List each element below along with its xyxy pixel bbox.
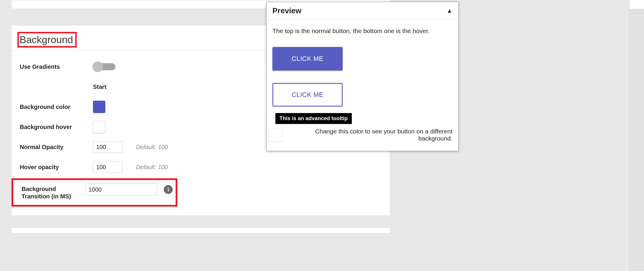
preview-button-hover[interactable]: CLICK ME <box>272 83 343 107</box>
tooltip: This is an advanced tooltip <box>275 113 352 124</box>
preview-body: The top is the normal button, the bottom… <box>267 20 458 128</box>
preview-bg-swatch[interactable] <box>269 128 282 141</box>
label-background-color: Background color <box>20 103 93 111</box>
row-hover-opacity: Hover opacity Default: 100 <box>20 157 390 177</box>
label-use-gradients: Use Gradients <box>20 63 93 71</box>
preview-title: Preview <box>272 6 301 15</box>
preview-description: The top is the normal button, the bottom… <box>272 27 452 35</box>
preview-footer-text: Change this color to see your button on … <box>291 128 452 142</box>
toggle-knob <box>92 61 103 72</box>
collapse-icon[interactable]: ▲ <box>447 7 452 14</box>
label-hover-opacity: Hover opacity <box>20 164 93 171</box>
card-below <box>11 228 390 234</box>
section-title: Background <box>17 32 77 48</box>
right-sidebar-stub <box>629 0 644 271</box>
label-background-hover: Background hover <box>20 123 93 131</box>
toggle-use-gradients[interactable] <box>93 63 115 70</box>
preview-button-normal[interactable]: CLICK ME <box>272 47 343 71</box>
swatch-background-hover[interactable] <box>93 121 105 133</box>
column-header-start: Start <box>93 84 107 90</box>
label-normal-opacity: Normal Opacity <box>20 143 93 151</box>
hint-normal-opacity: Default: 100 <box>136 144 168 151</box>
preview-panel: Preview ▲ The top is the normal button, … <box>266 2 459 151</box>
input-transition[interactable] <box>85 184 157 195</box>
label-transition: Background Transition (in MS) <box>22 184 85 200</box>
swatch-background-color[interactable] <box>93 101 105 113</box>
info-icon[interactable]: i <box>164 185 173 194</box>
hint-hover-opacity: Default: 100 <box>136 164 168 171</box>
preview-header[interactable]: Preview ▲ <box>267 2 458 20</box>
input-normal-opacity[interactable] <box>93 141 122 153</box>
row-transition-highlight: Background Transition (in MS) i <box>12 178 177 207</box>
row-transition: Background Transition (in MS) i <box>22 184 173 200</box>
preview-footer: Change this color to see your button on … <box>267 128 458 151</box>
input-hover-opacity[interactable] <box>93 161 122 173</box>
